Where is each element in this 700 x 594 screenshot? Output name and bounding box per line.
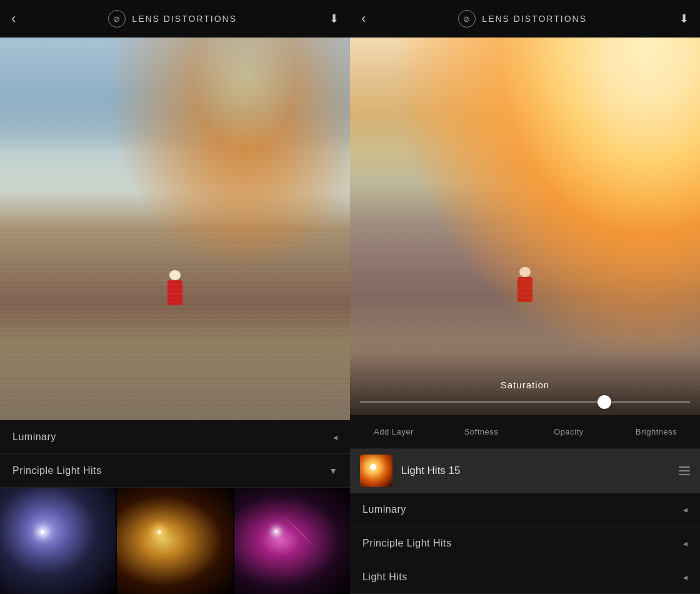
left-thumbnails-grid [0, 488, 350, 594]
saturation-slider-track[interactable] [360, 401, 690, 403]
child-head-left [169, 270, 181, 280]
right-toolbar: Add Layer Softness Opacity Brightness [350, 415, 700, 449]
left-header: ‹ ⊘ LENS DISTORTIONS ⬇ [0, 0, 350, 38]
right-principle-chevron: ◂ [683, 538, 688, 548]
saturation-slider-thumb[interactable] [598, 395, 611, 409]
layer-thumbnail [360, 455, 392, 487]
active-layer-item[interactable]: Light Hits 15 [350, 449, 700, 493]
right-principle-row[interactable]: Principle Light Hits ◂ [350, 526, 700, 560]
hamburger-line-2 [679, 470, 690, 471]
left-download-button[interactable]: ⬇ [329, 12, 339, 26]
add-layer-button[interactable]: Add Layer [350, 415, 438, 448]
thumbnail-item-2[interactable] [117, 488, 232, 594]
left-back-button[interactable]: ‹ [11, 12, 16, 26]
thumbnail-item-3[interactable] [234, 488, 350, 594]
left-luminary-chevron: ◂ [333, 432, 338, 442]
right-app-title: LENS DISTORTIONS [482, 14, 587, 24]
right-light-hits-label: Light Hits [362, 571, 408, 583]
right-panel: ‹ ⊘ LENS DISTORTIONS ⬇ Saturation Add La… [350, 0, 700, 594]
thumbnail-item-1[interactable] [0, 488, 116, 594]
left-child-figure [168, 270, 182, 305]
opacity-button[interactable]: Opacity [525, 415, 612, 448]
child-head-right [519, 267, 531, 277]
layer-name-label: Light Hits 15 [401, 465, 670, 477]
saturation-label: Saturation [360, 380, 690, 390]
left-panel: ‹ ⊘ LENS DISTORTIONS ⬇ Luminary ◂ Princi… [0, 0, 350, 594]
right-logo-icon: ⊘ [458, 10, 476, 28]
right-principle-label: Principle Light Hits [362, 538, 452, 549]
left-logo-icon: ⊘ [108, 10, 126, 28]
left-header-center: ⊘ LENS DISTORTIONS [108, 10, 237, 28]
left-principle-chevron: ▼ [329, 466, 338, 476]
right-luminary-label: Luminary [362, 504, 406, 515]
left-app-title: LENS DISTORTIONS [132, 14, 237, 24]
right-download-button[interactable]: ⬇ [679, 12, 689, 26]
saturation-overlay: Saturation [350, 353, 700, 415]
right-back-button[interactable]: ‹ [361, 12, 366, 26]
right-light-hits-chevron: ◂ [683, 572, 688, 582]
softness-button[interactable]: Softness [438, 415, 525, 448]
left-luminary-label: Luminary [12, 431, 56, 443]
hamburger-line-3 [679, 474, 690, 475]
left-principle-row[interactable]: Principle Light Hits ▼ [0, 454, 350, 488]
left-principle-label: Principle Light Hits [12, 465, 102, 476]
right-luminary-chevron: ◂ [683, 505, 688, 515]
left-bottom-panel: Luminary ◂ Principle Light Hits ▼ [0, 420, 350, 594]
right-sections: Luminary ◂ Principle Light Hits ◂ Light … [350, 493, 700, 594]
left-beach-photo [0, 38, 350, 420]
left-luminary-row[interactable]: Luminary ◂ [0, 420, 350, 454]
right-photo-area: Saturation [350, 38, 700, 415]
right-header-center: ⊘ LENS DISTORTIONS [458, 10, 587, 28]
child-body-right [518, 277, 532, 302]
right-light-hits-row[interactable]: Light Hits ◂ [350, 560, 700, 594]
child-body-left [168, 280, 182, 305]
right-child-figure [518, 267, 532, 302]
left-photo-area [0, 38, 350, 420]
right-header: ‹ ⊘ LENS DISTORTIONS ⬇ [350, 0, 700, 38]
brightness-button[interactable]: Brightness [612, 415, 700, 448]
right-luminary-row[interactable]: Luminary ◂ [350, 493, 700, 526]
hamburger-line-1 [679, 466, 690, 468]
hamburger-menu-icon[interactable] [679, 466, 690, 475]
